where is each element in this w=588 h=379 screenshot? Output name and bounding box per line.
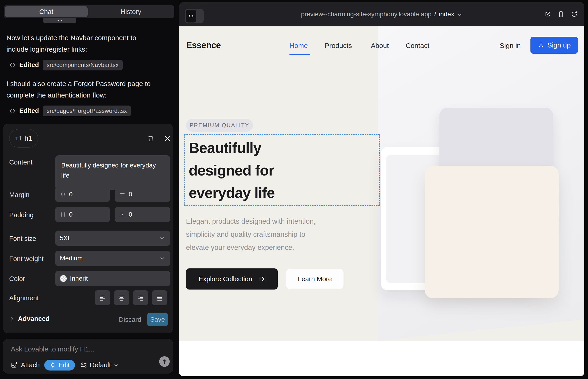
element-tag-label: h1 xyxy=(25,134,32,142)
hero-paragraph: Elegant products designed with intention… xyxy=(186,215,316,254)
font-weight-select[interactable]: Medium xyxy=(55,251,170,266)
refresh-icon[interactable] xyxy=(571,11,578,18)
tab-chat[interactable]: Chat xyxy=(5,6,88,17)
tab-history[interactable]: History xyxy=(88,8,174,16)
code-icon xyxy=(186,10,196,22)
arrow-right-icon xyxy=(258,276,265,283)
crosshair-icon xyxy=(50,362,56,368)
hero-heading-line: designed for xyxy=(189,159,275,182)
discard-button[interactable]: Discard xyxy=(119,316,141,323)
content-label: Content xyxy=(9,158,32,166)
sign-up-button[interactable]: Sign up xyxy=(530,37,578,54)
padding-x-value: 0 xyxy=(69,211,73,218)
nav-link-about[interactable]: About xyxy=(371,42,389,49)
chevron-right-icon xyxy=(9,316,15,322)
nav-link-contact[interactable]: Contact xyxy=(406,42,429,49)
edit-mode-button[interactable]: Edit xyxy=(44,360,75,371)
color-value: Inherit xyxy=(70,275,88,282)
file-chip[interactable]: src/pages/ForgotPassword.tsx xyxy=(43,106,131,116)
decor-card-cream xyxy=(425,166,559,298)
margin-x-input[interactable]: 0 xyxy=(55,187,110,202)
site-logo[interactable]: Essence xyxy=(186,40,221,50)
padding-y-input[interactable]: 0 xyxy=(115,207,170,222)
padding-x-icon xyxy=(60,211,66,218)
margin-label: Margin xyxy=(9,191,30,199)
font-size-select[interactable]: 5XL xyxy=(55,231,170,246)
url-domain: preview--charming-site-symphony.lovable.… xyxy=(301,11,432,18)
explore-collection-label: Explore Collection xyxy=(199,275,252,283)
align-justify-button[interactable] xyxy=(152,290,167,305)
chevron-down-icon xyxy=(457,12,462,17)
alignment-label: Alignment xyxy=(9,294,39,302)
hero-paragraph-line: elevate your everyday experience. xyxy=(186,241,316,254)
sign-in-link[interactable]: Sign in xyxy=(500,42,521,49)
font-size-label: Font size xyxy=(9,235,36,242)
file-chip[interactable]: src/components/Navbar.tsx xyxy=(43,60,123,70)
advanced-label: Advanced xyxy=(18,315,50,323)
mobile-view-icon[interactable] xyxy=(557,11,565,18)
padding-x-input[interactable]: 0 xyxy=(55,207,110,222)
hero-paragraph-line: simplicity and quality craftsmanship to xyxy=(186,228,316,241)
chrome-actions xyxy=(544,2,578,26)
hero-heading[interactable]: Beautifully designed for everyday life xyxy=(189,137,275,204)
preview-window: preview--charming-site-symphony.lovable.… xyxy=(179,2,584,376)
site-canvas: Essence Home Products About Contact Sign… xyxy=(179,26,584,376)
margin-y-value: 0 xyxy=(129,191,132,198)
code-icon xyxy=(9,62,15,68)
color-label: Color xyxy=(9,275,25,283)
chevron-down-icon xyxy=(113,363,119,367)
align-right-button[interactable] xyxy=(133,290,148,305)
learn-more-button[interactable]: Learn More xyxy=(286,269,344,289)
user-icon xyxy=(538,42,544,48)
hero-paragraph-line: Elegant products designed with intention… xyxy=(186,215,316,228)
margin-x-value: 0 xyxy=(69,191,73,198)
chevron-down-icon xyxy=(159,235,165,241)
chat-composer[interactable]: Ask Lovable to modify H1... Attach Edit … xyxy=(3,339,173,374)
composer-placeholder[interactable]: Ask Lovable to modify H1... xyxy=(11,345,94,353)
close-editor-button[interactable] xyxy=(164,135,171,142)
open-external-icon[interactable] xyxy=(544,11,551,18)
content-input[interactable]: Beautifully designed for everyday life xyxy=(55,155,170,190)
explore-collection-button[interactable]: Explore Collection xyxy=(186,268,278,289)
element-tag-badge[interactable]: тT h1 xyxy=(9,129,38,147)
nav-link-home[interactable]: Home xyxy=(289,42,308,49)
element-editor-panel: тT h1 Content Beautifully designed for e… xyxy=(3,124,173,333)
align-center-button[interactable] xyxy=(114,290,129,305)
chevron-down-icon xyxy=(159,255,165,261)
edited-label: Edited xyxy=(19,61,39,69)
edited-file-row: Edited src/pages/ForgotPassword.tsx xyxy=(9,105,131,117)
code-icon xyxy=(9,108,15,114)
delete-element-button[interactable] xyxy=(147,135,154,142)
url-separator: / xyxy=(434,11,436,18)
advanced-toggle[interactable]: Advanced xyxy=(9,315,50,323)
send-button[interactable] xyxy=(159,356,170,367)
padding-label: Padding xyxy=(9,211,33,219)
composer-toolbar: Attach Edit Default xyxy=(11,360,119,371)
url-page: index xyxy=(439,11,454,18)
browser-chrome: preview--charming-site-symphony.lovable.… xyxy=(179,2,584,26)
save-button[interactable]: Save xyxy=(147,313,168,326)
attach-image-icon xyxy=(11,362,18,368)
url-bar[interactable]: preview--charming-site-symphony.lovable.… xyxy=(179,2,584,26)
clipped-scrolled-badge xyxy=(43,18,76,23)
color-swatch-transparent xyxy=(60,275,67,282)
color-select[interactable]: Inherit xyxy=(55,271,170,286)
code-preview-toggle[interactable] xyxy=(185,9,204,23)
sliders-icon xyxy=(80,362,87,368)
chat-history-tabbar: Chat History xyxy=(4,5,174,18)
font-weight-value: Medium xyxy=(60,255,83,262)
edit-label: Edit xyxy=(59,361,69,369)
mode-select[interactable]: Default xyxy=(80,361,119,369)
attach-label: Attach xyxy=(21,361,40,369)
nav-active-underline xyxy=(289,54,310,55)
padding-y-icon xyxy=(120,211,125,218)
attach-button[interactable]: Attach xyxy=(11,361,40,369)
type-icon: тT xyxy=(15,135,22,142)
hero-heading-line: Beautifully xyxy=(189,137,275,159)
align-left-button[interactable] xyxy=(95,290,110,305)
nav-link-products[interactable]: Products xyxy=(325,42,352,49)
margin-x-icon xyxy=(60,191,66,197)
margin-y-input[interactable]: 0 xyxy=(115,187,170,202)
edited-file-row: Edited src/components/Navbar.tsx xyxy=(9,59,123,71)
premium-quality-badge: PREMIUM QUALITY xyxy=(186,119,253,132)
